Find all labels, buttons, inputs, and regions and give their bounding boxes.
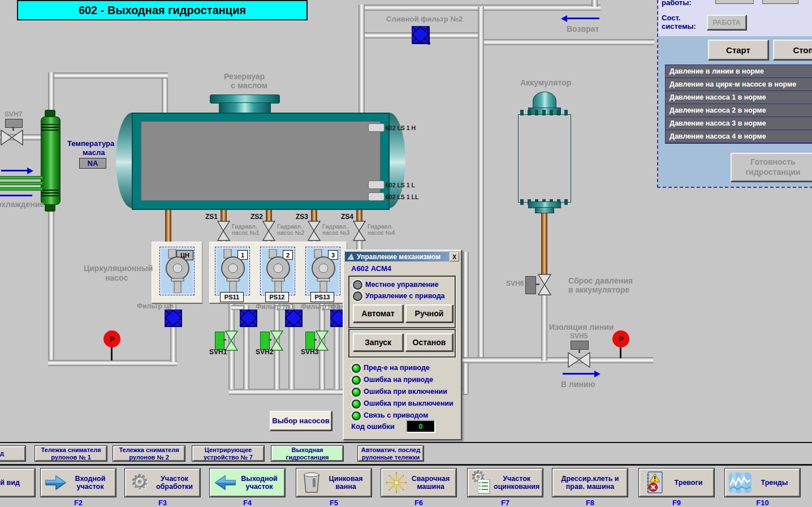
nav-output-section-button[interactable]: Выходной участок: [210, 469, 285, 497]
nav-welder-button[interactable]: Сварочная машина: [381, 469, 456, 497]
zs1-valve-icon[interactable]: [217, 221, 230, 241]
gear-checklist-icon: ⚙: [471, 470, 494, 495]
flow-arrow: [1, 170, 27, 171]
close-icon[interactable]: X: [450, 252, 459, 261]
svh3-actuator[interactable]: [305, 332, 315, 350]
fkey-label: F7: [468, 499, 543, 507]
on-error-led: [352, 388, 361, 397]
launch-button[interactable]: Запуск: [353, 333, 403, 351]
svh5-valve-icon[interactable]: [568, 352, 590, 368]
fkey-label: F2: [41, 499, 116, 507]
accumulator-body[interactable]: [518, 114, 571, 203]
fkey-label: F8: [552, 499, 628, 507]
nav-trends-button[interactable]: Тренды: [725, 469, 800, 497]
return-arrow-head: [561, 15, 567, 22]
drive-link-label: Связь с приводом: [364, 411, 428, 419]
drive-control-radio[interactable]: [353, 291, 362, 301]
svh1-actuator[interactable]: [215, 332, 224, 350]
pipe: [480, 39, 654, 45]
zs4-valve-icon[interactable]: [353, 221, 366, 241]
mainnav-bar: щий вид Входной участок F2 ⚙ Участок обр…: [0, 464, 812, 507]
local-control-radio[interactable]: [353, 280, 362, 290]
subnav-item-coil-cart-2[interactable]: Тележка снимателя рулонов № 2: [113, 446, 185, 461]
status-row: Давление насоса 3 в норме: [666, 117, 812, 130]
alarm-book-icon: [642, 470, 666, 495]
nav-galvanizing-section-button[interactable]: ⚙ Участок оцинкования: [468, 469, 543, 497]
pump3-icon[interactable]: [308, 249, 338, 293]
page-title: 602 - Выходная гидростанция: [17, 0, 308, 20]
zs2-label: ZS2: [250, 213, 263, 221]
system-state-label2: системы:: [662, 22, 696, 31]
status-row: Давление насоса 2 в норме: [666, 104, 812, 117]
coolant-pipe: [0, 187, 42, 191]
auto-button[interactable]: Автомат: [353, 304, 403, 323]
zs2-valve-icon[interactable]: [262, 221, 275, 241]
hyd-pump3-label: Гидравл.: [322, 224, 348, 230]
drain-filter-icon[interactable]: [412, 26, 430, 45]
status-row: Давление на цирк-м насосе в норме: [666, 78, 812, 91]
ls-l-label: 602 LS 1 L: [386, 182, 415, 188]
filter1-icon[interactable]: [240, 310, 257, 327]
nav-alarms-button[interactable]: Тревоги: [639, 469, 714, 497]
pump-select-button[interactable]: Выбор насосов: [270, 411, 332, 431]
start-button[interactable]: Старт: [708, 40, 768, 60]
svh5-label: SVH5: [570, 332, 588, 340]
gauge-stem: [111, 347, 113, 360]
on-error-label: Ошибка при включении: [364, 388, 447, 396]
mode-box: [762, 0, 798, 4]
nav-label: Выходной участок: [237, 475, 282, 491]
flow-arrow-head: [27, 167, 33, 174]
cooling-label: охлаждение: [0, 200, 44, 209]
subnav-item-output-hydrostation[interactable]: Выходная гидростанция: [271, 446, 343, 461]
circ-pump-icon[interactable]: [162, 249, 192, 293]
control-panel: работы: Сост. системы: РАБОТА Старт Стоп…: [657, 0, 812, 188]
subnav-item-centering-device[interactable]: Центрирующее устройство № 7: [192, 446, 264, 461]
arrow-left-icon: [213, 470, 237, 495]
svh6-actuator[interactable]: [525, 276, 536, 294]
svh6-valve-icon[interactable]: [538, 274, 551, 295]
nav-overview-button[interactable]: щий вид: [0, 469, 35, 497]
arrow-right-icon: [44, 470, 68, 495]
halt-button[interactable]: Останов: [405, 333, 453, 351]
pipe: [541, 291, 547, 360]
svh2-actuator[interactable]: [260, 332, 270, 350]
mode-box: [715, 0, 754, 4]
manual-button[interactable]: Ручной: [405, 304, 453, 323]
filter2-icon[interactable]: [285, 310, 303, 327]
off-error-label: Ошибка при выключении: [364, 399, 453, 407]
nav-input-section-button[interactable]: Входной участок: [41, 469, 116, 497]
nav-skinpass-button[interactable]: Дрессир.клеть и прав. машина: [552, 469, 628, 497]
hydro-ready-button[interactable]: Готовность гидростанции: [731, 153, 812, 182]
subnav-item-coil-cart-1[interactable]: Тележка снимателя рулонов № 1: [35, 446, 107, 461]
svh7-valve-icon[interactable]: [1, 130, 23, 145]
circ-pump-label: Циркуляционный: [84, 264, 153, 273]
fkey-label: F10: [725, 499, 800, 507]
subnav-item-auto-coil-carts[interactable]: Автоматич. послед рулонные тележки: [358, 446, 424, 461]
nav-label: Дрессир.клеть и прав. машина: [556, 475, 624, 491]
drive-error-led: [352, 376, 361, 385]
scada-screen: 602 - Выходная гидростанция SVH7 Темпера…: [0, 0, 812, 507]
pipe: [359, 5, 365, 114]
zs3-valve-icon[interactable]: [308, 221, 321, 241]
stop-button[interactable]: Стоп: [773, 40, 812, 60]
pipe: [48, 72, 168, 79]
level-sensor-ll: [368, 192, 385, 201]
subnav-bar: ид Тележка снимателя рулонов № 1 Тележка…: [0, 442, 812, 465]
oil-temp-label2: масла: [83, 148, 105, 157]
accumulator-label: Аккумулятор: [520, 78, 571, 87]
error-code-value: 0: [406, 420, 435, 433]
pump1-icon[interactable]: [217, 249, 248, 293]
filter-cn-icon[interactable]: [165, 310, 182, 327]
ps13-label: PS13: [310, 292, 334, 302]
svh1-valve-icon[interactable]: [225, 330, 238, 351]
nav-processing-section-button[interactable]: ⚙ Участок обработки: [125, 469, 200, 497]
nav-zinc-bath-button[interactable]: Цинковая ванна: [296, 469, 372, 497]
dialog-app-icon: [347, 253, 355, 260]
coolant-pipe: [0, 176, 42, 179]
trends-chart-icon: [728, 470, 752, 495]
subnav-item-partial[interactable]: ид: [0, 446, 25, 461]
pipe: [463, 252, 469, 393]
accumulator-cap: [535, 207, 554, 213]
dialog-titlebar[interactable]: Управление механизмом: [345, 252, 459, 261]
pump2-icon[interactable]: [262, 249, 293, 293]
